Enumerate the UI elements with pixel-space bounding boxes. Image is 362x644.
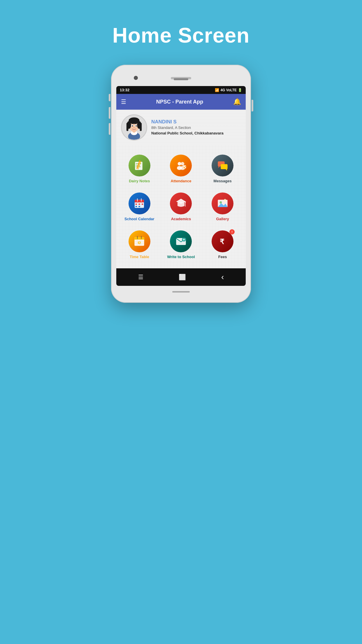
svg-rect-38 xyxy=(139,204,140,205)
svg-point-16 xyxy=(133,127,135,128)
menu-item-gallery[interactable]: Gallery xyxy=(202,188,243,226)
svg-point-9 xyxy=(137,121,141,129)
school-name: National Public School, Chikkabanavara xyxy=(151,131,224,136)
menu-label-dairy-notes: Dairy Notes xyxy=(129,179,150,183)
menu-label-messages: Messages xyxy=(214,179,232,183)
avatar xyxy=(121,114,147,141)
student-class: 8th Standard, A Section xyxy=(151,125,224,130)
status-bar: 13:32 📶 4G VoLTE 🔋 xyxy=(116,86,246,94)
menu-icon-dairy-notes xyxy=(129,155,150,176)
page-title: Home Screen xyxy=(112,23,249,47)
phone-bottom-bezel xyxy=(116,286,246,298)
menu-label-fees: Fees xyxy=(218,255,227,259)
profile-info: NANDINI S 8th Standard, A Section Nation… xyxy=(151,119,224,136)
svg-marker-29 xyxy=(218,166,220,168)
svg-point-8 xyxy=(127,121,131,129)
status-right: 📶 4G VoLTE 🔋 xyxy=(215,88,242,92)
svg-marker-31 xyxy=(226,169,227,171)
svg-point-47 xyxy=(219,201,222,204)
svg-rect-41 xyxy=(139,206,140,207)
menu-item-academics[interactable]: Academics xyxy=(160,188,202,226)
svg-rect-40 xyxy=(136,206,137,207)
phone-screen: 13:32 📶 4G VoLTE 🔋 ☰ NPSC - Parent App 🔔 xyxy=(116,86,246,286)
bottom-nav-home-button[interactable]: ⬜ xyxy=(179,274,186,281)
menu-label-time-table: Time Table xyxy=(130,255,149,259)
svg-marker-50 xyxy=(224,199,226,200)
app-title: NPSC - Parent App xyxy=(156,99,203,105)
notification-badge: ! xyxy=(229,229,235,235)
svg-rect-20 xyxy=(136,166,141,167)
menu-label-gallery: Gallery xyxy=(216,217,229,221)
earpiece xyxy=(174,78,188,80)
menu-item-dairy-notes[interactable]: Dairy Notes xyxy=(119,150,160,188)
mute-button xyxy=(109,94,110,101)
svg-point-13 xyxy=(136,125,137,127)
menu-item-write-to-school[interactable]: Write to School xyxy=(160,226,202,264)
menu-label-academics: Academics xyxy=(171,217,191,221)
student-name: NANDINI S xyxy=(151,119,224,125)
home-indicator xyxy=(172,291,190,293)
menu-icon-fees: ₹ ! xyxy=(212,230,233,252)
phone-shell: 13:32 📶 4G VoLTE 🔋 ☰ NPSC - Parent App 🔔 xyxy=(111,65,251,303)
menu-item-attendance[interactable]: Attendance xyxy=(160,150,202,188)
volume-up-button xyxy=(109,107,110,119)
volume-down-button xyxy=(109,123,110,135)
status-network: 4G VoLTE xyxy=(220,88,237,92)
svg-point-44 xyxy=(185,201,186,202)
status-time: 13:32 xyxy=(120,88,129,92)
bottom-nav-menu-button[interactable]: ☰ xyxy=(138,274,143,281)
menu-grid: Dairy Notes Attendance Messages School C… xyxy=(116,145,246,268)
bottom-nav-back-button[interactable]: ‹ xyxy=(221,272,224,282)
menu-icon-school-calendar xyxy=(129,192,150,214)
power-button xyxy=(252,100,253,111)
menu-icon-gallery xyxy=(212,192,233,214)
svg-rect-53 xyxy=(135,238,144,239)
menu-item-messages[interactable]: Messages xyxy=(202,150,243,188)
svg-rect-34 xyxy=(135,201,144,202)
svg-point-14 xyxy=(132,125,133,126)
menu-item-time-table[interactable]: Time Table xyxy=(119,226,160,264)
menu-icon-time-table xyxy=(129,230,150,252)
app-bar: ☰ NPSC - Parent App 🔔 xyxy=(116,94,246,110)
menu-icon-attendance xyxy=(170,155,192,176)
menu-icon-academics xyxy=(170,192,192,214)
menu-button[interactable]: ☰ xyxy=(121,98,126,105)
svg-rect-37 xyxy=(136,204,137,205)
menu-icon-messages xyxy=(212,155,233,176)
svg-point-15 xyxy=(136,125,137,126)
svg-rect-30 xyxy=(221,164,227,169)
menu-label-write-to-school: Write to School xyxy=(167,255,195,259)
notification-bell-button[interactable]: 🔔 xyxy=(233,98,241,106)
svg-rect-39 xyxy=(142,204,143,205)
menu-icon-write-to-school xyxy=(170,230,192,252)
status-battery: 🔋 xyxy=(238,88,242,92)
status-signal: 📶 xyxy=(215,88,219,92)
menu-item-fees[interactable]: ₹ !Fees xyxy=(202,226,243,264)
svg-point-24 xyxy=(181,162,184,165)
camera-icon xyxy=(134,76,138,80)
menu-item-school-calendar[interactable]: School Calendar xyxy=(119,188,160,226)
svg-point-23 xyxy=(178,162,181,165)
bottom-nav: ☰ ⬜ ‹ xyxy=(116,268,246,286)
svg-text:₹: ₹ xyxy=(220,238,224,246)
profile-section: NANDINI S 8th Standard, A Section Nation… xyxy=(116,110,246,145)
phone-top-bezel xyxy=(116,70,246,86)
menu-label-attendance: Attendance xyxy=(171,179,191,183)
svg-point-12 xyxy=(132,125,133,127)
menu-label-school-calendar: School Calendar xyxy=(124,217,154,221)
